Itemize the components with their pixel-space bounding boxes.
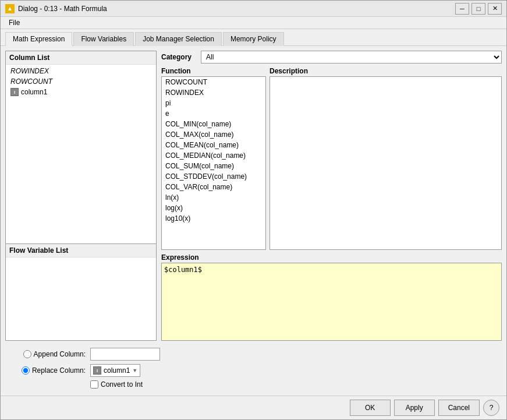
window-title: Dialog - 0:13 - Math Formula <box>18 5 107 13</box>
list-item[interactable]: I column1 <box>7 87 155 97</box>
flow-variable-list-content[interactable] <box>6 257 156 340</box>
tab-flow-variables[interactable]: Flow Variables <box>73 32 134 46</box>
append-column-label[interactable]: Append Column: <box>10 350 86 358</box>
bottom-section: Append Column: Replace Column: I column1… <box>5 345 502 391</box>
dropdown-caret-icon: ▼ <box>132 368 137 373</box>
function-item[interactable]: COL_MIN(col_name) <box>162 119 265 129</box>
middle-section: Function ROWCOUNT ROWINDEX pi e COL_MIN(… <box>161 67 502 250</box>
expression-box[interactable]: $column1$ <box>161 263 502 341</box>
append-column-radio[interactable] <box>23 350 31 358</box>
expression-label: Expression <box>161 253 502 262</box>
function-item[interactable]: COL_VAR(col_name) <box>162 182 265 192</box>
title-controls: ─ □ ✕ <box>455 3 502 15</box>
apply-button[interactable]: Apply <box>394 400 435 416</box>
cancel-button[interactable]: Cancel <box>438 400 480 416</box>
function-item[interactable]: COL_STDDEV(col_name) <box>162 171 265 182</box>
replace-column-type-icon: I <box>93 366 101 375</box>
function-item[interactable]: pi <box>162 98 265 108</box>
file-menu[interactable]: File <box>5 17 23 28</box>
function-item[interactable]: ROWINDEX <box>162 87 265 98</box>
button-bar: OK Apply Cancel ? <box>1 396 506 419</box>
tab-memory-policy[interactable]: Memory Policy <box>223 32 284 46</box>
append-column-input[interactable] <box>90 348 160 361</box>
replace-column-row: Replace Column: I column1 ▼ <box>5 364 502 377</box>
flow-variable-list-header: Flow Variable List <box>6 244 156 257</box>
title-bar: ▲ Dialog - 0:13 - Math Formula ─ □ ✕ <box>1 1 506 17</box>
function-item[interactable]: log10(x) <box>162 213 265 224</box>
left-panel: Column List ROWINDEX ROWCOUNT I column1 <box>5 51 157 341</box>
category-row: Category All <box>161 51 502 63</box>
replace-column-dropdown[interactable]: I column1 ▼ <box>90 364 140 377</box>
right-panel: Category All Function ROWCOUNT ROWINDEX … <box>161 51 502 341</box>
category-label: Category <box>161 53 196 61</box>
column-list-header: Column List <box>6 51 156 65</box>
function-item[interactable]: log(x) <box>162 203 265 213</box>
maximize-button[interactable]: □ <box>471 3 485 15</box>
ok-button[interactable]: OK <box>350 400 391 416</box>
function-item[interactable]: ln(x) <box>162 192 265 203</box>
function-item[interactable]: COL_SUM(col_name) <box>162 161 265 171</box>
function-list[interactable]: ROWCOUNT ROWINDEX pi e COL_MIN(col_name)… <box>161 76 266 250</box>
tab-math-expression[interactable]: Math Expression <box>5 32 72 46</box>
minimize-button[interactable]: ─ <box>455 3 469 15</box>
replace-column-label[interactable]: Replace Column: <box>10 366 86 375</box>
convert-to-int-checkbox[interactable] <box>90 380 98 389</box>
function-item[interactable]: e <box>162 108 265 119</box>
help-button[interactable]: ? <box>483 400 499 416</box>
description-label: Description <box>270 67 502 75</box>
function-item[interactable]: COL_MEAN(col_name) <box>162 140 265 150</box>
description-box <box>270 76 502 250</box>
append-column-row: Append Column: <box>5 348 502 361</box>
convert-to-int-label[interactable]: Convert to Int <box>90 380 143 389</box>
function-label: Function <box>161 67 266 75</box>
description-panel: Description <box>270 67 502 250</box>
expression-panel: Expression $column1$ <box>161 253 502 341</box>
function-item[interactable]: ROWCOUNT <box>162 77 265 87</box>
tab-job-manager[interactable]: Job Manager Selection <box>135 32 222 46</box>
column-list-section: Column List ROWINDEX ROWCOUNT I column1 <box>6 51 156 244</box>
function-item[interactable]: COL_MEDIAN(col_name) <box>162 150 265 161</box>
list-item[interactable]: ROWINDEX <box>7 66 155 76</box>
app-icon: ▲ <box>5 4 15 13</box>
main-window: ▲ Dialog - 0:13 - Math Formula ─ □ ✕ Fil… <box>0 0 507 420</box>
menu-bar: File <box>1 17 506 29</box>
category-select[interactable]: All <box>201 51 502 63</box>
main-content: Column List ROWINDEX ROWCOUNT I column1 <box>1 46 506 396</box>
function-list-panel: Function ROWCOUNT ROWINDEX pi e COL_MIN(… <box>161 67 266 250</box>
column-list-content[interactable]: ROWINDEX ROWCOUNT I column1 <box>6 65 156 243</box>
list-item[interactable]: ROWCOUNT <box>7 76 155 87</box>
flow-variable-list-section: Flow Variable List <box>6 244 156 340</box>
title-bar-left: ▲ Dialog - 0:13 - Math Formula <box>5 4 107 13</box>
replace-column-radio[interactable] <box>22 366 30 375</box>
close-button[interactable]: ✕ <box>488 3 502 15</box>
tabs-bar: Math Expression Flow Variables Job Manag… <box>1 29 506 46</box>
top-section: Column List ROWINDEX ROWCOUNT I column1 <box>5 51 502 341</box>
convert-to-int-row: Convert to Int <box>5 380 502 389</box>
function-item[interactable]: COL_MAX(col_name) <box>162 129 265 140</box>
column-type-icon: I <box>10 88 19 96</box>
